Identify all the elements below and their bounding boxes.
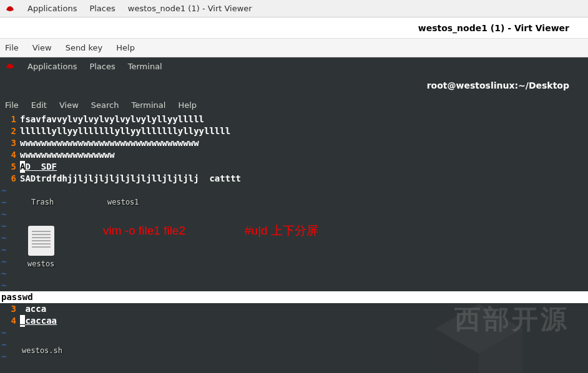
term-menu-terminal[interactable]: Terminal — [131, 100, 165, 110]
line-number: 6 — [0, 173, 20, 185]
viewer-menu-sendkey[interactable]: Send key — [66, 43, 103, 52]
code-line: wwwwwwwwwwwwwwwwww — [20, 149, 115, 161]
line-number: 4 — [0, 149, 20, 161]
host-app-title[interactable]: westos_node1 (1) - Virt Viewer — [128, 4, 252, 13]
line-number: 3 — [0, 137, 20, 149]
vim-tilde: ~ — [0, 220, 588, 232]
vim-tilde: ~ — [0, 244, 588, 256]
code-line: acca — [20, 303, 46, 315]
vim-tilde: ~ — [0, 327, 588, 339]
term-menu-file[interactable]: File — [5, 100, 19, 110]
code-line: SADtrdfdhjjljljljljljljljlljljljlj cattt… — [20, 173, 241, 185]
code-line: llllllyllyylllllllyllyylllllllyllyylllll — [20, 125, 230, 137]
host-applications[interactable]: Applications — [27, 4, 77, 13]
vim-tilde: ~ — [0, 232, 588, 244]
term-menu-help[interactable]: Help — [178, 100, 197, 110]
term-menu-edit[interactable]: Edit — [31, 100, 47, 110]
line-number: 4 — [0, 315, 20, 327]
window-title: westos_node1 (1) - Virt Viewer — [418, 23, 569, 33]
vim-tilde: ~ — [0, 185, 588, 196]
guest-window-title: root@westoslinux:~/Desktop — [427, 80, 569, 90]
guest-places[interactable]: Places — [89, 62, 115, 71]
guest-terminal[interactable]: Terminal — [128, 62, 162, 71]
redhat-icon — [5, 5, 15, 12]
vim-tilde: ~ — [0, 279, 588, 291]
viewer-menu-file[interactable]: File — [5, 43, 19, 52]
line-number: 1 — [0, 114, 20, 125]
vim-tilde: ~ — [0, 339, 588, 351]
vim-top-pane[interactable]: 1fsavfavvylvylvylvylvylvylyllyylllll 2ll… — [0, 114, 588, 291]
viewer-menu-help[interactable]: Help — [116, 43, 135, 52]
code-line: caccaa — [20, 315, 57, 327]
host-places[interactable]: Places — [89, 4, 115, 13]
line-number: 5 — [0, 161, 20, 173]
vim-tilde: ~ — [0, 208, 588, 220]
guest-applications[interactable]: Applications — [27, 62, 77, 71]
line-number: 2 — [0, 125, 20, 137]
viewer-menu-view[interactable]: View — [32, 43, 52, 52]
vim-tilde: ~ — [0, 256, 588, 268]
term-menu-search[interactable]: Search — [91, 100, 119, 110]
redhat-icon — [5, 62, 15, 70]
code-line: AD SDF — [20, 161, 57, 173]
vim-bottom-pane[interactable]: 3 acca 4 caccaa ~ ~ ~ — [0, 303, 588, 362]
terminal-body[interactable]: 西部开源 Trash westos1 westos westos.sh vim … — [0, 114, 588, 362]
vim-tilde: ~ — [0, 351, 588, 362]
code-line: wwwwwwwwwwwwwwwwwwwwwwwwwwwwwwwwww — [20, 137, 199, 149]
vim-tilde: ~ — [0, 268, 588, 279]
vim-tilde: ~ — [0, 196, 588, 208]
term-menu-view[interactable]: View — [59, 100, 79, 110]
code-line: fsavfavvylvylvylvylvylvylyllyylllll — [20, 114, 204, 125]
line-number: 3 — [0, 303, 20, 315]
